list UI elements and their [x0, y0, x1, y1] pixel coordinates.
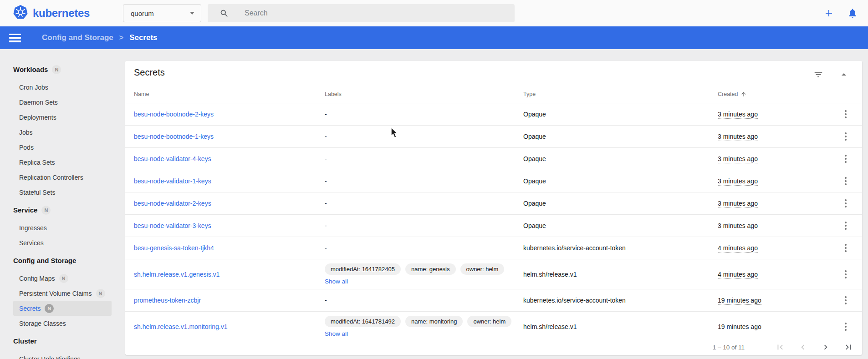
row-actions-button[interactable]	[840, 131, 851, 142]
sidebar-item-label: Storage Classes	[19, 320, 66, 327]
sidebar-item-label: Persistent Volume Claims	[19, 290, 92, 297]
row-actions-button[interactable]	[840, 153, 851, 164]
sidebar-section-config-and-storage[interactable]: Config and Storage	[0, 253, 125, 268]
created-cell: 3 minutes ago	[718, 155, 830, 162]
sidebar-item-pods[interactable]: Pods	[13, 140, 112, 155]
name-cell: prometheus-token-zcbjr	[134, 297, 325, 304]
created-value: 19 minutes ago	[718, 297, 761, 305]
row-actions-button[interactable]	[840, 198, 851, 209]
sidebar-item-config-maps[interactable]: Config MapsN	[13, 271, 112, 286]
secrets-card: Secrets Name Labels Type Created besu-no…	[125, 61, 862, 355]
last-page-button[interactable]	[843, 342, 854, 353]
created-cell: 3 minutes ago	[718, 133, 830, 140]
kubernetes-wheel-icon	[13, 5, 28, 22]
sidebar-item-services[interactable]: Services	[13, 235, 112, 250]
filter-button[interactable]	[813, 69, 824, 80]
kubernetes-logo[interactable]: kubernetes	[13, 0, 90, 26]
sidebar-item-deployments[interactable]: Deployments	[13, 110, 112, 125]
sidebar-item-cluster-role-bindings[interactable]: Cluster Role Bindings	[13, 351, 112, 359]
sidebar-item-persistent-volume-claims[interactable]: Persistent Volume ClaimsN	[13, 286, 112, 301]
sidebar-item-replication-controllers[interactable]: Replication Controllers	[13, 170, 112, 185]
column-header-type[interactable]: Type	[523, 91, 718, 97]
sidebar-item-daemon-sets[interactable]: Daemon Sets	[13, 95, 112, 110]
namespaced-badge: N	[52, 65, 61, 74]
previous-page-button[interactable]	[797, 342, 808, 353]
label-chip-list: modifiedAt: 1641781492name: monitoringow…	[325, 316, 523, 327]
row-actions-button[interactable]	[840, 220, 851, 231]
show-all-link[interactable]: Show all	[325, 278, 348, 285]
labels-cell: -	[325, 155, 523, 162]
column-header-created[interactable]: Created	[718, 91, 830, 97]
type-cell: helm.sh/release.v1	[523, 323, 718, 330]
logo-wordmark: kubernetes	[33, 7, 90, 20]
secret-name-link[interactable]: besu-node-validator-4-keys	[134, 155, 211, 162]
row-actions-button[interactable]	[840, 176, 851, 187]
name-cell: besu-node-validator-1-keys	[134, 177, 325, 185]
created-cell: 3 minutes ago	[718, 177, 830, 185]
secret-name-link[interactable]: besu-genesis-sa-token-tjkh4	[134, 244, 214, 252]
row-actions-button[interactable]	[840, 269, 851, 280]
namespace-selector[interactable]: quorum	[123, 4, 201, 22]
type-cell: Opaque	[523, 222, 718, 229]
namespaced-badge: N	[96, 289, 105, 298]
created-value: 19 minutes ago	[718, 323, 761, 331]
sidebar-section-service[interactable]: ServiceN	[0, 202, 125, 217]
row-actions-button[interactable]	[840, 243, 851, 253]
create-resource-button[interactable]	[820, 0, 838, 26]
collapse-card-button[interactable]	[838, 69, 849, 80]
created-value: 3 minutes ago	[718, 155, 758, 163]
row-actions-button[interactable]	[840, 109, 851, 120]
show-all-link[interactable]: Show all	[325, 330, 348, 337]
breadcrumb-parent-link[interactable]: Config and Storage	[42, 33, 113, 42]
sidebar-section-label: Workloads	[13, 66, 48, 73]
sidebar-item-storage-classes[interactable]: Storage Classes	[13, 316, 112, 331]
created-value: 3 minutes ago	[718, 177, 758, 186]
sidebar-section-cluster[interactable]: Cluster	[0, 334, 125, 349]
sidebar-item-ingresses[interactable]: Ingresses	[13, 220, 112, 235]
type-cell: kubernetes.io/service-account-token	[523, 297, 718, 304]
notifications-button[interactable]	[843, 0, 862, 26]
secret-name-link[interactable]: besu-node-bootnode-1-keys	[134, 133, 214, 140]
secret-name-link[interactable]: sh.helm.release.v1.genesis.v1	[134, 271, 220, 278]
plus-icon	[823, 8, 834, 19]
name-cell: sh.helm.release.v1.genesis.v1	[134, 271, 325, 278]
row-actions-button[interactable]	[840, 295, 851, 306]
secret-name-link[interactable]: besu-node-validator-2-keys	[134, 200, 211, 207]
sidebar-item-label: Cluster Role Bindings	[19, 355, 81, 359]
sidebar-item-stateful-sets[interactable]: Stateful Sets	[13, 185, 112, 200]
sidebar-section-workloads[interactable]: WorkloadsN	[0, 62, 125, 77]
name-cell: besu-node-validator-3-keys	[134, 222, 325, 229]
type-cell: Opaque	[523, 111, 718, 118]
search-input[interactable]	[245, 9, 515, 17]
table-row: besu-genesis-sa-token-tjkh4-kubernetes.i…	[125, 237, 862, 259]
namespace-value: quorum	[131, 10, 154, 17]
secret-name-link[interactable]: besu-node-validator-1-keys	[134, 177, 211, 185]
namespaced-badge: N	[59, 274, 68, 283]
row-actions-button[interactable]	[840, 321, 851, 332]
table-row: besu-node-validator-4-keys-Opaque3 minut…	[125, 148, 862, 170]
sidebar-item-cron-jobs[interactable]: Cron Jobs	[13, 80, 112, 95]
search-icon	[220, 9, 229, 18]
sidebar-section-label: Config and Storage	[13, 257, 76, 264]
pagination: 1 – 10 of 11	[713, 339, 862, 355]
table-row: besu-node-validator-1-keys-Opaque3 minut…	[125, 170, 862, 192]
menu-hamburger-icon[interactable]	[9, 34, 21, 42]
secret-name-link[interactable]: prometheus-token-zcbjr	[134, 297, 201, 304]
column-header-labels[interactable]: Labels	[325, 91, 523, 97]
next-page-button[interactable]	[820, 342, 831, 353]
column-header-name[interactable]: Name	[134, 91, 325, 97]
secret-name-link[interactable]: sh.helm.release.v1.monitoring.v1	[134, 323, 227, 330]
secret-name-link[interactable]: besu-node-bootnode-2-keys	[134, 111, 214, 118]
name-cell: besu-node-validator-4-keys	[134, 155, 325, 162]
name-cell: sh.helm.release.v1.monitoring.v1	[134, 323, 325, 330]
sidebar-item-jobs[interactable]: Jobs	[13, 125, 112, 140]
table-row: besu-node-bootnode-1-keys-Opaque3 minute…	[125, 126, 862, 148]
namespaced-badge: N	[45, 304, 54, 313]
created-cell: 4 minutes ago	[718, 244, 830, 252]
secret-name-link[interactable]: besu-node-validator-3-keys	[134, 222, 211, 229]
bell-icon	[847, 8, 858, 19]
labels-cell: -	[325, 244, 523, 252]
first-page-button[interactable]	[775, 342, 786, 353]
sidebar-item-replica-sets[interactable]: Replica Sets	[13, 155, 112, 170]
sidebar-item-secrets[interactable]: SecretsN	[13, 301, 112, 316]
